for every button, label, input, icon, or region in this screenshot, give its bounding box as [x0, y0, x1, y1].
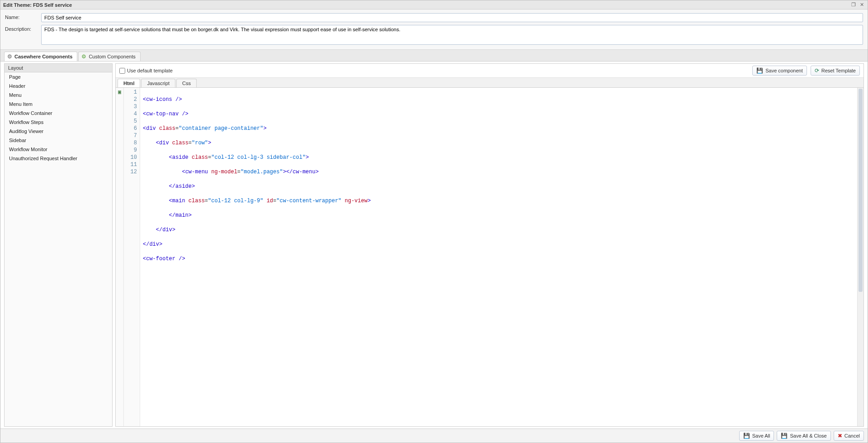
line-number: 9	[125, 147, 137, 154]
line-number: 11	[125, 161, 137, 168]
form-area: Name: Description:	[0, 10, 868, 50]
use-default-template-checkbox[interactable]: Use default template	[119, 68, 173, 74]
list-item[interactable]: Sidebar	[5, 136, 112, 145]
line-number-gutter: 1 2 3 4 5 6 7 8 9 10 11 12	[124, 88, 140, 426]
editor-panel: Use default template 💾 Save component ⟳ …	[115, 63, 864, 427]
list-item[interactable]: Menu	[5, 91, 112, 100]
gutter-fold-column: ▣	[116, 88, 124, 426]
tab-label: Custom Components	[89, 53, 135, 60]
list-item[interactable]: Header	[5, 81, 112, 91]
refresh-icon: ⟳	[815, 67, 819, 74]
tab-custom-components[interactable]: ⚙ Custom Components	[78, 52, 140, 61]
line-number: 3	[125, 103, 137, 110]
tab-css[interactable]: Css	[176, 79, 197, 87]
button-label: Save All	[752, 433, 770, 438]
tab-javascript[interactable]: Javascript	[141, 79, 175, 87]
list-item[interactable]: Menu Item	[5, 100, 112, 109]
save-all-button[interactable]: 💾 Save All	[739, 431, 774, 441]
outer-tabs: ⚙ Casewhere Components ⚙ Custom Componen…	[0, 50, 868, 62]
list-item[interactable]: Workflow Steps	[5, 118, 112, 127]
editor-scrollbar[interactable]	[857, 88, 863, 426]
list-item[interactable]: Workflow Container	[5, 109, 112, 118]
titlebar: Edit Theme: FDS Self service ❐ ✕	[0, 0, 868, 10]
line-number: 10	[125, 154, 137, 161]
cancel-icon: ✖	[838, 433, 842, 439]
tab-label: Casewhere Components	[14, 53, 72, 60]
description-input[interactable]	[41, 25, 863, 45]
save-component-button[interactable]: 💾 Save component	[752, 66, 807, 76]
editor-lang-tabs: Html Javascript Css	[116, 78, 863, 88]
save-icon: 💾	[743, 433, 750, 439]
component-list-panel: Layout Page Header Menu Menu Item Workfl…	[4, 63, 113, 427]
name-row: Name:	[5, 13, 863, 22]
restore-icon[interactable]: ❐	[850, 2, 857, 8]
window: Edit Theme: FDS Self service ❐ ✕ Name: D…	[0, 0, 868, 443]
close-icon[interactable]: ✕	[859, 2, 865, 8]
list-item[interactable]: Workflow Monitor	[5, 145, 112, 154]
layout-section-header: Layout	[5, 64, 112, 72]
button-label: Save component	[765, 68, 803, 73]
description-label: Description:	[5, 25, 41, 32]
line-number: 7	[125, 132, 137, 139]
list-item[interactable]: Page	[5, 72, 112, 81]
description-row: Description:	[5, 25, 863, 45]
reset-template-button[interactable]: ⟳ Reset Template	[811, 66, 860, 76]
editor-toolbar: Use default template 💾 Save component ⟳ …	[116, 64, 863, 78]
tab-html[interactable]: Html	[118, 79, 140, 87]
save-icon: 💾	[756, 67, 763, 74]
line-number: 5	[125, 118, 137, 125]
line-number: 6	[125, 125, 137, 132]
name-input[interactable]	[41, 13, 863, 22]
button-label: Reset Template	[821, 68, 856, 73]
component-list: Page Header Menu Menu Item Workflow Cont…	[5, 72, 112, 426]
name-label: Name:	[5, 13, 41, 20]
button-label: Cancel	[844, 433, 860, 438]
cancel-button[interactable]: ✖ Cancel	[834, 431, 864, 441]
footer-bar: 💾 Save All 💾 Save All & Close ✖ Cancel	[0, 429, 868, 443]
code-editor[interactable]: ▣ 1 2 3 4 5 6 7 8 9 10 11 12 <cw-icons /…	[116, 88, 863, 426]
scrollbar-thumb[interactable]	[859, 89, 863, 292]
main-area: Layout Page Header Menu Menu Item Workfl…	[0, 62, 868, 429]
use-default-template-label: Use default template	[127, 68, 173, 73]
line-number: 4	[125, 110, 137, 118]
save-all-close-button[interactable]: 💾 Save All & Close	[777, 431, 830, 441]
list-item[interactable]: Auditlog Viewer	[5, 127, 112, 136]
window-title: Edit Theme: FDS Self service	[3, 2, 72, 8]
list-item[interactable]: Unauthorized Request Handler	[5, 154, 112, 163]
line-number: 2	[125, 96, 137, 103]
use-default-template-input[interactable]	[119, 68, 125, 74]
tab-casewhere-components[interactable]: ⚙ Casewhere Components	[4, 52, 77, 61]
line-number: 8	[125, 139, 137, 147]
gear-icon: ⚙	[81, 53, 86, 60]
fold-toggle-icon[interactable]: ▣	[116, 89, 123, 96]
code-content[interactable]: <cw-icons /> <cw-top-nav /> <div class="…	[140, 88, 857, 426]
button-label: Save All & Close	[790, 433, 826, 438]
gear-icon: ⚙	[7, 53, 12, 60]
line-number: 1	[125, 89, 137, 96]
save-icon: 💾	[781, 433, 788, 439]
line-number: 12	[125, 168, 137, 176]
